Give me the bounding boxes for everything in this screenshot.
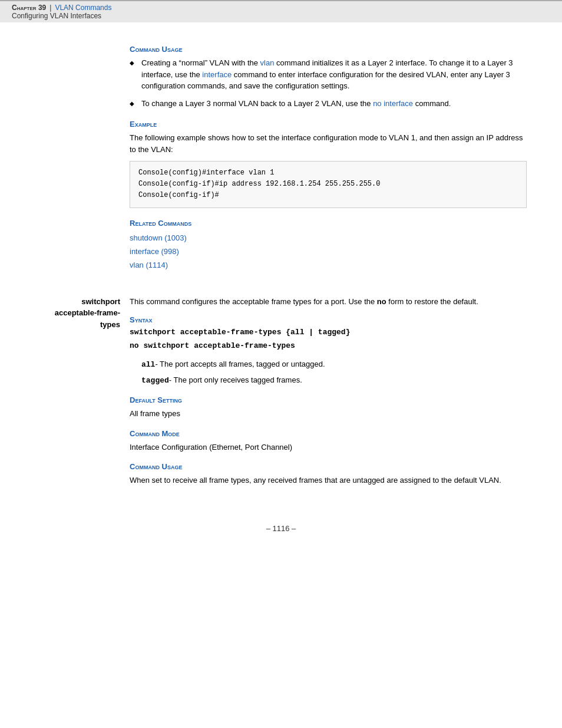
intro-text-before: This command configures the acceptable f…: [130, 297, 377, 306]
chapter-label: Chapter 39: [12, 4, 46, 12]
syntax-line-1: switchport acceptable-frame-types {all |…: [130, 328, 550, 337]
shutdown-link[interactable]: shutdown (1003): [130, 231, 527, 245]
main-section: Command Usage Creating a “normal” VLAN w…: [130, 45, 527, 272]
code-block: Console(config)#interface vlan 1 Console…: [130, 161, 527, 208]
header-subtitle: Configuring VLAN Interfaces: [12, 12, 101, 20]
related-commands-section: Related Commands shutdown (1003) interfa…: [130, 219, 527, 272]
command-mode-heading: Command Mode: [130, 429, 550, 438]
command-usage-heading: Command Usage: [130, 45, 527, 54]
switchport-command-usage-heading: Command Usage: [130, 462, 550, 471]
bullet-item-2: To change a Layer 3 normal VLAN back to …: [130, 98, 527, 110]
related-links: shutdown (1003) interface (998) vlan (11…: [130, 231, 527, 272]
param-all-keyword: all: [141, 360, 155, 369]
no-link[interactable]: no: [373, 99, 381, 108]
syntax-heading: Syntax: [130, 315, 550, 324]
page-content: Command Usage Creating a “normal” VLAN w…: [0, 22, 562, 545]
default-value: All frame types: [130, 408, 550, 420]
command-mode-value: Interface Configuration (Ethernet, Port …: [130, 442, 550, 453]
header-pipe: |: [49, 4, 51, 12]
bullet1-text-before: Creating a “normal” VLAN with the: [141, 58, 260, 67]
bullet-list: Creating a “normal” VLAN with the vlan c…: [130, 57, 527, 109]
command-usage-section: Command Usage Creating a “normal” VLAN w…: [130, 45, 527, 109]
vlan-link-2[interactable]: vlan (1114): [130, 258, 527, 272]
command-name-col: switchport acceptable-frame- types: [12, 296, 130, 489]
switchport-intro: This command configures the acceptable f…: [130, 296, 550, 308]
example-heading: Example: [130, 120, 527, 129]
param-tagged-desc: - The port only receives tagged frames.: [169, 375, 302, 384]
interface-link-3[interactable]: interface (998): [130, 245, 527, 258]
intro-bold-no: no: [377, 297, 386, 306]
interface-link-2[interactable]: interface: [384, 99, 413, 108]
switchport-command-usage-text: When set to receive all frame types, any…: [130, 475, 550, 486]
chapter-title-link[interactable]: VLAN Commands: [55, 4, 111, 12]
example-description: The following example shows how to set t…: [130, 132, 527, 155]
vlan-link[interactable]: vlan: [260, 58, 275, 67]
syntax-cmd-1: switchport acceptable-frame-types {all |…: [130, 328, 350, 337]
command-name-line3: types: [12, 319, 120, 331]
param-tagged-keyword: tagged: [141, 376, 169, 385]
bullet2-text-before: To change a Layer 3 normal VLAN back to …: [141, 99, 373, 108]
example-section: Example The following example shows how …: [130, 120, 527, 208]
page-footer: – 1116 –: [12, 524, 550, 533]
param-all: all- The port accepts all frames, tagged…: [141, 358, 550, 371]
command-body-col: This command configures the acceptable f…: [130, 296, 550, 489]
command-name-line1: switchport: [12, 296, 120, 308]
syntax-line-2: no switchport acceptable-frame-types: [130, 341, 550, 350]
header-bar: Chapter 39|VLAN Commands Configuring VLA…: [0, 0, 562, 22]
syntax-cmd-2: no switchport acceptable-frame-types: [130, 341, 295, 350]
param-all-desc: - The port accepts all frames, tagged or…: [155, 360, 325, 368]
interface-link-1[interactable]: interface: [202, 70, 232, 79]
command-name-line2: acceptable-frame-: [12, 307, 120, 319]
bullet-item-1: Creating a “normal” VLAN with the vlan c…: [130, 57, 527, 92]
param-tagged: tagged- The port only receives tagged fr…: [141, 374, 550, 387]
intro-text-after: form to restore the default.: [386, 297, 478, 306]
bullet2-text-after: command.: [413, 99, 451, 108]
related-commands-heading: Related Commands: [130, 219, 527, 228]
default-heading: Default Setting: [130, 396, 550, 404]
switchport-section: switchport acceptable-frame- types This …: [12, 296, 550, 489]
